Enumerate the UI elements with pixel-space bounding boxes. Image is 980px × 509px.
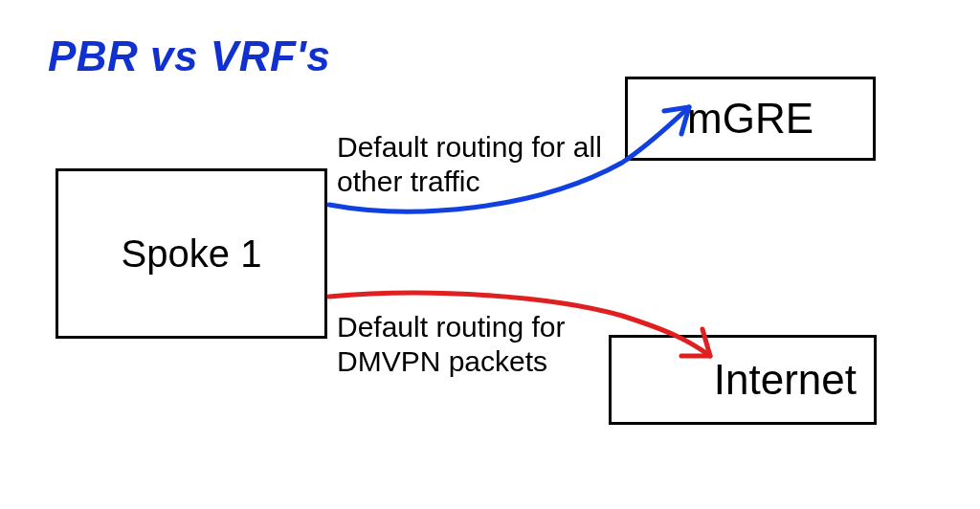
node-mgre: mGRE [625,77,876,161]
node-spoke1: Spoke 1 [56,168,327,339]
caption-default-routing-other: Default routing for all other traffic [337,130,653,199]
node-internet-label: Internet [714,356,857,404]
caption-default-routing-dmvpn: Default routing for DMVPN packets [337,310,653,379]
diagram-title: PBR vs VRF's [48,33,330,80]
node-mgre-label: mGRE [687,95,813,143]
diagram-stage: PBR vs VRF's Spoke 1 mGRE Internet Defau… [0,0,980,509]
node-spoke1-label: Spoke 1 [122,232,262,276]
